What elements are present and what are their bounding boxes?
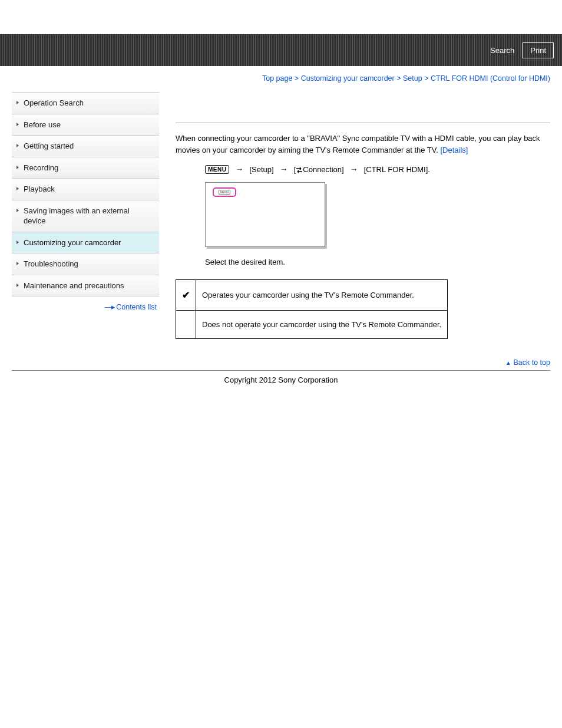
- path-ctrl: [CTRL FOR HDMI].: [364, 165, 430, 174]
- screen-highlight: MENU: [213, 187, 236, 197]
- back-to-top-link[interactable]: Back to top: [513, 358, 550, 367]
- menu-icon: MENU: [205, 165, 229, 174]
- divider: [176, 123, 550, 123]
- screen-illustration: MENU: [205, 182, 325, 247]
- header-band: Search Print: [0, 34, 562, 66]
- screen-menu-label: MENU: [219, 190, 231, 195]
- path-connection: Connection]: [303, 165, 343, 174]
- arrow-right-icon: →: [280, 164, 288, 174]
- breadcrumb-sep: >: [295, 74, 299, 83]
- sidebar-item[interactable]: Troubleshooting: [12, 253, 159, 275]
- intro-paragraph: When connecting your camcorder to a "BRA…: [176, 133, 550, 156]
- arrow-right-icon: —▸: [105, 302, 114, 311]
- sidebar-item[interactable]: Maintenance and precautions: [12, 275, 159, 297]
- breadcrumb-sep: >: [396, 74, 401, 83]
- sidebar: Operation SearchBefore useGetting starte…: [12, 92, 159, 311]
- sidebar-item[interactable]: Operation Search: [12, 93, 159, 114]
- check-icon: ✔: [176, 280, 196, 311]
- empty-cell: [176, 311, 196, 339]
- options-table: ✔Operates your camcorder using the TV's …: [176, 279, 448, 339]
- select-instruction: Select the desired item.: [205, 258, 550, 266]
- triangle-up-icon: ▲: [505, 360, 511, 366]
- breadcrumb-link-current[interactable]: CTRL FOR HDMI (Control for HDMI): [431, 74, 550, 83]
- print-button[interactable]: Print: [523, 42, 554, 58]
- contents-list-wrap: —▸ Contents list: [12, 297, 159, 311]
- sidebar-item[interactable]: Recording: [12, 157, 159, 179]
- arrow-right-icon: →: [235, 164, 243, 174]
- breadcrumb: Top page > Customizing your camcorder > …: [0, 66, 562, 83]
- table-row: ✔Operates your camcorder using the TV's …: [176, 280, 448, 311]
- menu-path: MENU → [Setup] → [Connection] → [CTRL FO…: [205, 164, 550, 174]
- breadcrumb-link-top[interactable]: Top page: [262, 74, 292, 83]
- option-description: Does not operate your camcorder using th…: [196, 311, 448, 339]
- arrow-right-icon: →: [350, 164, 358, 174]
- contents-list-link[interactable]: Contents list: [116, 303, 157, 311]
- back-to-top-wrap: ▲ Back to top: [0, 339, 562, 370]
- connection-icon: [296, 165, 303, 174]
- nav-list: Operation SearchBefore useGetting starte…: [12, 92, 159, 297]
- sidebar-item[interactable]: Customizing your camcorder: [12, 232, 159, 254]
- breadcrumb-link-customizing[interactable]: Customizing your camcorder: [301, 74, 395, 83]
- path-connection-wrap: [Connection]: [294, 165, 344, 174]
- option-description: Operates your camcorder using the TV's R…: [196, 280, 448, 311]
- sidebar-item[interactable]: Before use: [12, 114, 159, 136]
- details-link[interactable]: [Details]: [441, 146, 468, 154]
- search-button[interactable]: Search: [488, 43, 517, 58]
- breadcrumb-sep: >: [424, 74, 428, 83]
- sidebar-item[interactable]: Playback: [12, 179, 159, 200]
- intro-text: When connecting your camcorder to a "BRA…: [176, 134, 540, 154]
- main-content: When connecting your camcorder to a "BRA…: [176, 92, 550, 339]
- path-setup: [Setup]: [249, 165, 273, 174]
- table-row: Does not operate your camcorder using th…: [176, 311, 448, 339]
- copyright-text: Copyright 2012 Sony Corporation: [0, 371, 562, 384]
- breadcrumb-link-setup[interactable]: Setup: [403, 74, 422, 83]
- sidebar-item[interactable]: Saving images with an external device: [12, 200, 159, 232]
- sidebar-item[interactable]: Getting started: [12, 136, 159, 157]
